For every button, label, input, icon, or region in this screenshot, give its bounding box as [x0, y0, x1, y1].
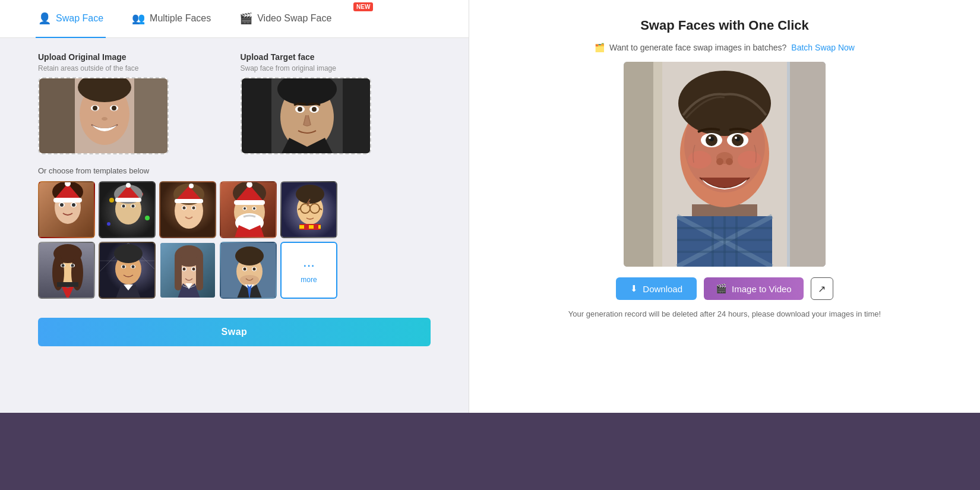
svg-point-69 [296, 185, 324, 204]
image-to-video-button[interactable]: 🎬 Image to Video [704, 277, 804, 300]
upload-original-sublabel: Retain areas outside of the face [38, 64, 229, 72]
download-label: Download [643, 284, 682, 294]
tab-swap-face-label: Swap Face [56, 13, 103, 24]
svg-rect-122 [790, 62, 826, 267]
people-icon: 👥 [132, 12, 145, 25]
svg-point-28 [60, 203, 64, 207]
svg-point-63 [244, 207, 246, 210]
svg-point-36 [107, 222, 110, 226]
tab-video-swap-face-label: Video Swap Face [257, 13, 331, 24]
svg-point-150 [738, 151, 761, 169]
template-item-1[interactable] [38, 181, 95, 238]
svg-rect-76 [299, 225, 304, 229]
svg-point-148 [726, 158, 733, 165]
svg-rect-9 [39, 78, 75, 154]
svg-point-145 [735, 137, 737, 139]
new-badge: NEW [353, 2, 373, 11]
result-title: Swap Faces with One Click [640, 18, 809, 33]
template-item-7[interactable] [99, 242, 156, 299]
tab-swap-face[interactable]: 👤 Swap Face [36, 0, 106, 38]
more-dots-icon: ··· [303, 257, 315, 273]
share-button[interactable]: ↗ [811, 277, 833, 300]
upload-original-area[interactable] [38, 77, 169, 154]
original-face-image [39, 78, 167, 153]
upload-target-area[interactable] [241, 77, 371, 154]
template-item-8[interactable] [159, 242, 216, 299]
upload-target-box: Upload Target face Swap face from origin… [241, 52, 431, 154]
footer-bar [0, 413, 980, 490]
expiry-notice: Your generation record will be deleted a… [568, 309, 881, 318]
swap-button[interactable]: Swap [38, 318, 431, 346]
upload-original-box: Upload Original Image Retain areas outsi… [38, 52, 229, 154]
share-icon: ↗ [818, 283, 826, 295]
svg-rect-59 [234, 200, 265, 205]
upload-target-label: Upload Target face [241, 52, 431, 62]
svg-point-30 [72, 203, 75, 207]
svg-point-100 [132, 265, 135, 268]
template-more-button[interactable]: ··· more [280, 242, 337, 299]
template-item-4[interactable] [220, 181, 277, 238]
svg-point-119 [240, 275, 259, 284]
tab-multiple-faces-label: Multiple Faces [150, 13, 211, 24]
video-icon: 🎬 [239, 12, 252, 25]
svg-point-42 [122, 205, 125, 208]
svg-point-8 [102, 117, 108, 121]
upload-original-label: Upload Original Image [38, 52, 229, 62]
svg-rect-49 [175, 199, 203, 203]
svg-point-35 [145, 216, 150, 220]
video-icon: 🎬 [716, 283, 727, 294]
upload-row: Upload Original Image Retain areas outsi… [38, 52, 431, 154]
svg-rect-105 [175, 255, 182, 290]
video-label: Image to Video [732, 284, 792, 294]
svg-point-86 [62, 264, 65, 267]
svg-point-116 [244, 268, 246, 271]
svg-rect-106 [196, 255, 203, 290]
template-item-6[interactable] [38, 242, 95, 299]
result-image [624, 62, 826, 267]
svg-point-88 [71, 264, 74, 267]
svg-rect-20 [343, 78, 371, 154]
upload-section: Upload Original Image Retain areas outsi… [0, 38, 469, 313]
svg-rect-77 [309, 225, 314, 229]
svg-point-137 [678, 71, 771, 136]
svg-rect-10 [134, 78, 169, 154]
svg-rect-123 [653, 62, 662, 267]
svg-rect-89 [57, 282, 78, 287]
template-grid: ··· more [38, 181, 431, 299]
stack-icon: 🗂️ [595, 43, 605, 52]
tab-video-swap-face[interactable]: 🎬 Video Swap Face NEW [237, 0, 355, 38]
svg-rect-39 [115, 198, 141, 202]
svg-point-5 [93, 106, 97, 110]
template-item-5[interactable] [280, 181, 337, 238]
download-icon: ⬇ [630, 283, 638, 294]
svg-point-149 [688, 151, 712, 169]
more-label: more [301, 276, 317, 284]
svg-point-98 [122, 265, 125, 268]
template-item-9[interactable] [220, 242, 277, 299]
svg-point-147 [716, 158, 723, 165]
svg-point-110 [192, 268, 195, 271]
action-buttons: ⬇ Download 🎬 Image to Video ↗ [616, 277, 833, 300]
svg-point-18 [312, 107, 317, 112]
svg-point-114 [235, 246, 264, 265]
template-item-2[interactable] [99, 181, 156, 238]
batch-notice-text: Want to generate face swap images in bat… [609, 43, 786, 52]
svg-point-118 [253, 268, 256, 271]
download-button[interactable]: ⬇ Download [616, 277, 697, 300]
svg-rect-25 [53, 198, 82, 203]
svg-point-40 [126, 183, 131, 188]
svg-point-141 [709, 137, 711, 139]
person-icon: 👤 [38, 12, 51, 25]
svg-point-50 [189, 184, 194, 188]
svg-rect-78 [318, 225, 321, 229]
svg-point-96 [114, 244, 143, 263]
svg-point-108 [183, 268, 186, 271]
tab-multiple-faces[interactable]: 👥 Multiple Faces [129, 0, 213, 38]
svg-point-44 [132, 205, 135, 208]
svg-point-7 [112, 106, 116, 110]
batch-swap-link[interactable]: Batch Swap Now [791, 43, 855, 52]
svg-point-16 [298, 107, 302, 112]
template-item-3[interactable] [159, 181, 216, 238]
upload-target-sublabel: Swap face from original image [241, 64, 431, 72]
svg-rect-19 [242, 78, 271, 154]
